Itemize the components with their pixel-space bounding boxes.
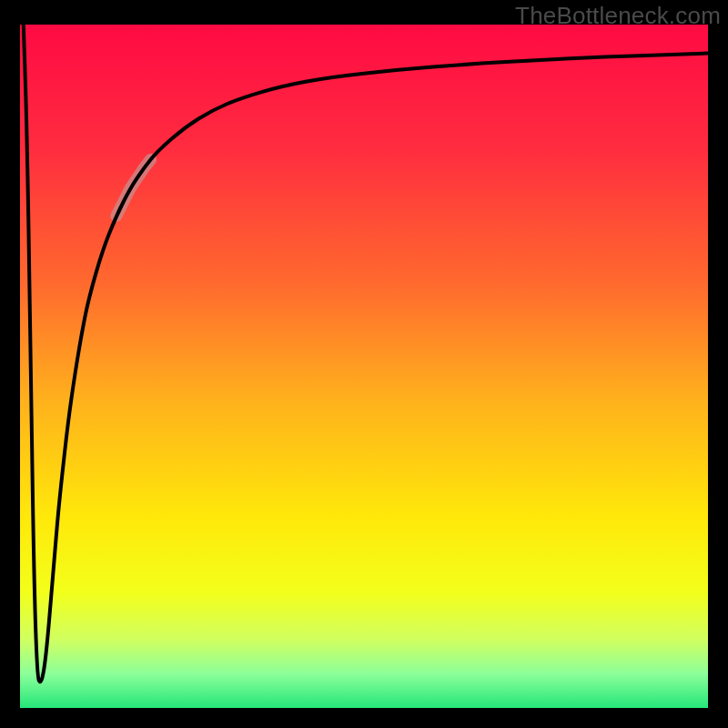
gradient-backdrop bbox=[20, 25, 708, 708]
plot-area bbox=[20, 25, 708, 708]
chart-frame: TheBottleneck.com bbox=[0, 0, 728, 728]
plot-svg bbox=[20, 25, 708, 708]
